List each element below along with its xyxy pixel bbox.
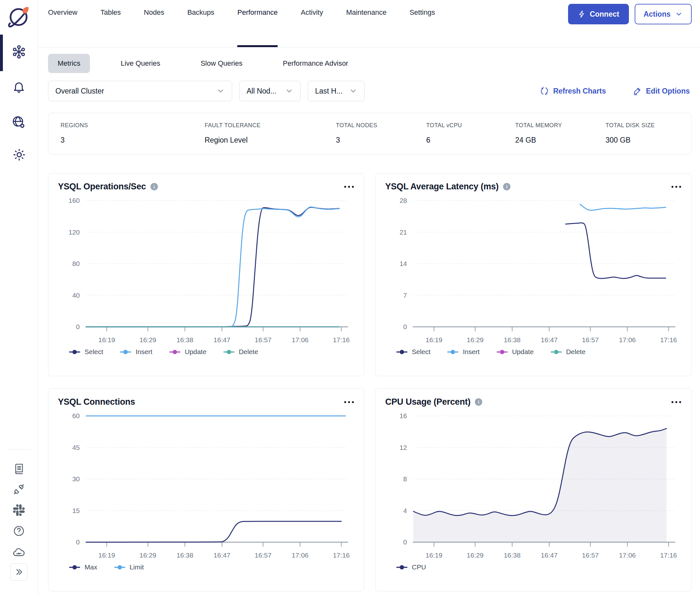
cluster-scope-select[interactable]: Overall Cluster: [48, 81, 232, 101]
legend-marker-icon: [396, 350, 408, 354]
y-axis-label: 4: [403, 507, 407, 514]
info-icon[interactable]: i: [151, 183, 158, 190]
tab-overview[interactable]: Overview: [48, 0, 77, 47]
legend-item-cpu[interactable]: CPU: [396, 563, 426, 571]
chart-legend: SelectInsertUpdateDelete: [396, 348, 682, 356]
x-axis-label: 16:19: [425, 551, 443, 559]
chart-canvas-ysql-latency: 0714212816:1916:2916:3816:4716:5717:0617…: [385, 195, 682, 345]
tab-performance[interactable]: Performance: [237, 0, 278, 47]
y-axis-label: 14: [399, 260, 407, 267]
network-globe-gear-icon[interactable]: [11, 115, 27, 130]
legend-marker-icon: [396, 565, 408, 570]
tab-backups[interactable]: Backups: [187, 0, 214, 47]
x-axis-label: 17:06: [619, 551, 636, 559]
x-axis-label: 16:29: [139, 551, 156, 559]
subtab-performance-advisor[interactable]: Performance Advisor: [273, 54, 358, 73]
chart-legend: CPU: [396, 563, 682, 571]
x-axis-label: 17:16: [333, 551, 350, 559]
chart-menu-button[interactable]: [671, 399, 682, 405]
chevron-down-icon: [349, 87, 357, 95]
x-axis-label: 16:38: [504, 336, 521, 344]
x-axis-label: 17:16: [660, 551, 677, 559]
chart-title: YSQL Average Latency (ms): [385, 182, 499, 192]
legend-item-select[interactable]: Select: [396, 348, 431, 356]
series-line-max: [86, 521, 341, 542]
cloud-status-icon[interactable]: [12, 546, 25, 559]
legend-item-update[interactable]: Update: [169, 348, 207, 356]
chart-canvas-ysql-operations: 0408012016016:1916:2916:3816:4716:5717:0…: [58, 195, 355, 345]
tab-tables[interactable]: Tables: [101, 0, 121, 47]
x-axis-label: 16:47: [214, 551, 231, 559]
series-line-select: [566, 223, 666, 278]
legend-item-insert[interactable]: Insert: [447, 348, 480, 356]
settings-gear-icon[interactable]: [12, 147, 27, 162]
connect-button[interactable]: Connect: [568, 4, 629, 24]
summary-label: FAULT TOLERANCE: [205, 122, 336, 129]
summary-total-vcpu: TOTAL vCPU 6: [426, 122, 515, 145]
chart-card-ysql-latency: YSQL Average Latency (ms) i 0714212816:1…: [375, 173, 692, 376]
node-filter-value: All Nod...: [247, 87, 276, 96]
docs-book-icon[interactable]: [13, 463, 25, 475]
y-axis-label: 0: [76, 538, 80, 546]
chart-card-ysql-connections: YSQL Connections 01530456016:1916:2916:3…: [48, 388, 364, 592]
help-circle-icon[interactable]: [13, 525, 25, 537]
refresh-charts-button[interactable]: Refresh Charts: [540, 86, 606, 96]
x-axis-label: 17:06: [619, 336, 636, 344]
chevron-down-icon: [675, 10, 683, 18]
legend-label: Delete: [239, 348, 258, 356]
edit-options-button[interactable]: Edit Options: [633, 86, 690, 96]
series-line-insert: [580, 204, 666, 210]
tab-settings[interactable]: Settings: [410, 0, 435, 47]
slack-icon[interactable]: [13, 504, 25, 516]
sidebar-divider: [7, 449, 31, 450]
alerts-bell-icon[interactable]: [12, 80, 26, 94]
legend-item-select[interactable]: Select: [69, 348, 103, 356]
cluster-scope-value: Overall Cluster: [55, 87, 104, 96]
subtab-live-queries[interactable]: Live Queries: [111, 54, 170, 73]
actions-button[interactable]: Actions: [635, 4, 692, 24]
performance-subtabs: Metrics Live Queries Slow Queries Perfor…: [48, 53, 690, 74]
integrations-plug-icon[interactable]: [13, 483, 25, 495]
x-axis-label: 16:57: [582, 336, 599, 344]
summary-value: 6: [426, 136, 515, 145]
yugabyte-logo-icon[interactable]: [5, 4, 32, 31]
x-axis-label: 16:57: [255, 336, 271, 344]
cluster-tab-bar: Overview Tables Nodes Backups Performanc…: [38, 0, 700, 47]
chart-menu-button[interactable]: [671, 184, 682, 190]
node-filter-select[interactable]: All Nod...: [239, 81, 301, 101]
refresh-charts-label: Refresh Charts: [553, 87, 606, 96]
tab-maintenance[interactable]: Maintenance: [346, 0, 387, 47]
chart-menu-button[interactable]: [344, 184, 355, 190]
legend-marker-icon: [496, 350, 508, 354]
chevrons-right-icon: [15, 568, 23, 576]
clusters-network-icon[interactable]: [11, 44, 27, 59]
tab-activity[interactable]: Activity: [301, 0, 323, 47]
refresh-icon: [540, 86, 549, 96]
chart-legend: MaxLimit: [69, 563, 355, 571]
x-axis-label: 17:06: [292, 336, 309, 344]
summary-label: TOTAL NODES: [336, 122, 426, 129]
legend-item-insert[interactable]: Insert: [120, 348, 152, 356]
time-range-select[interactable]: Last H...: [308, 81, 365, 101]
subtab-slow-queries[interactable]: Slow Queries: [191, 54, 252, 73]
legend-item-delete[interactable]: Delete: [550, 348, 586, 356]
y-axis-label: 40: [72, 292, 80, 299]
main-content: Overview Tables Nodes Backups Performanc…: [38, 0, 700, 596]
legend-item-max[interactable]: Max: [69, 563, 97, 571]
legend-item-update[interactable]: Update: [496, 348, 534, 356]
x-axis-label: 16:38: [177, 336, 193, 344]
x-axis-label: 16:29: [467, 551, 484, 559]
chart-menu-button[interactable]: [344, 399, 355, 405]
tab-nodes[interactable]: Nodes: [144, 0, 164, 47]
summary-total-disk-size: TOTAL DISK SIZE 300 GB: [605, 122, 655, 145]
summary-regions: REGIONS 3: [60, 122, 205, 145]
info-icon[interactable]: i: [475, 398, 482, 406]
expand-sidebar-button[interactable]: [10, 563, 28, 580]
info-icon[interactable]: i: [503, 183, 511, 190]
summary-label: REGIONS: [60, 122, 205, 129]
legend-item-delete[interactable]: Delete: [223, 348, 258, 356]
subtab-metrics[interactable]: Metrics: [48, 54, 90, 73]
legend-marker-icon: [114, 565, 126, 570]
y-axis-label: 0: [76, 323, 80, 330]
legend-item-limit[interactable]: Limit: [114, 563, 144, 571]
